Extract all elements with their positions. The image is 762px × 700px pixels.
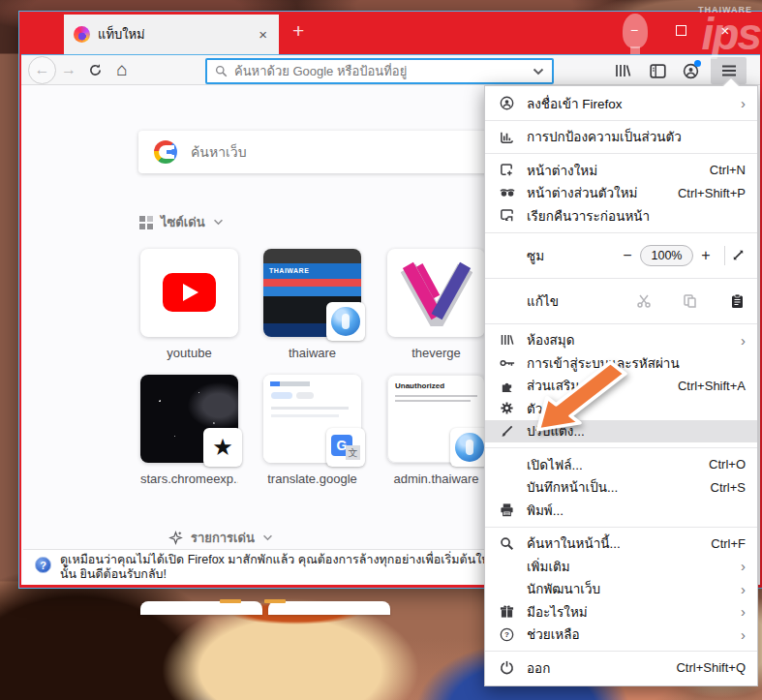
menu-item-save-page-as[interactable]: บันทึกหน้าเป็น... Ctrl+S bbox=[485, 476, 757, 500]
new-tab-button[interactable]: + bbox=[285, 19, 312, 43]
top-site-stars[interactable]: ★ stars.chromeexp... bbox=[140, 375, 238, 486]
menu-item-label: ค้นหาในหน้านี้... bbox=[527, 533, 621, 554]
thaiware-thumbnail: THAIWARE bbox=[263, 249, 361, 337]
google-logo-icon bbox=[154, 140, 177, 164]
admin-badge bbox=[450, 428, 489, 467]
copy-icon bbox=[683, 293, 698, 309]
youtube-play-icon bbox=[163, 273, 216, 312]
menu-item-help[interactable]: ? ช่วยเหลือ › bbox=[485, 624, 757, 647]
back-button[interactable]: ← bbox=[28, 56, 56, 84]
chevron-down-icon bbox=[262, 534, 273, 541]
fullscreen-button[interactable] bbox=[731, 248, 746, 262]
menu-item-web-developer[interactable]: นักพัฒนาเว็บ › bbox=[485, 578, 757, 601]
youtube-thumbnail bbox=[140, 249, 238, 337]
menu-shortcut: Ctrl+Shift+A bbox=[678, 379, 746, 393]
top-sites-header[interactable]: ไซต์เด่น bbox=[139, 212, 224, 232]
thaiware-orb-icon bbox=[331, 307, 360, 336]
menu-shortcut: Ctrl+O bbox=[709, 457, 746, 472]
tab-close-icon[interactable]: × bbox=[257, 26, 269, 43]
zoom-in-button[interactable]: + bbox=[693, 247, 718, 264]
menu-item-whats-new[interactable]: มีอะไรใหม่ › bbox=[485, 600, 757, 624]
account-toolbar-button[interactable] bbox=[676, 57, 705, 84]
brush-icon bbox=[499, 423, 515, 440]
protections-icon bbox=[499, 129, 515, 145]
menu-separator bbox=[485, 323, 757, 324]
cut-button[interactable] bbox=[635, 293, 653, 309]
tile-label: translate.google bbox=[263, 472, 361, 486]
printer-icon bbox=[499, 502, 515, 518]
chevron-right-icon: › bbox=[741, 559, 746, 573]
svg-text:?: ? bbox=[504, 630, 509, 639]
menu-item-new-private-window[interactable]: หน้าต่างส่วนตัวใหม่ Ctrl+Shift+P bbox=[485, 182, 757, 205]
account-icon bbox=[499, 95, 515, 111]
menu-separator bbox=[485, 651, 757, 652]
url-placeholder: ค้นหาด้วย Google หรือป้อนที่อยู่ bbox=[234, 61, 526, 81]
menu-item-sign-in[interactable]: ลงชื่อเข้า Firefox › bbox=[485, 92, 757, 115]
menu-item-label: เปิดไฟล์... bbox=[527, 454, 583, 475]
search-icon bbox=[215, 65, 228, 77]
menu-item-restore-session[interactable]: เรียกคืนวาระก่อนหน้า bbox=[485, 204, 757, 228]
top-site-admin-thaiware[interactable]: Unauthorized admin.thaiware bbox=[387, 375, 485, 486]
fullscreen-icon bbox=[731, 248, 746, 262]
zoom-icon-spacer bbox=[499, 247, 515, 263]
library-toolbar-button[interactable] bbox=[608, 57, 637, 84]
top-site-youtube[interactable]: youtube bbox=[140, 249, 238, 360]
top-site-theverge[interactable]: theverge bbox=[387, 249, 485, 360]
highlight-card-stub[interactable] bbox=[140, 601, 262, 615]
help-circle-icon: ? bbox=[499, 626, 515, 643]
menu-item-label: การปกป้องความเป็นส่วนตัว bbox=[527, 126, 682, 147]
window-close-button[interactable]: × bbox=[707, 12, 744, 48]
highlight-card-stub[interactable] bbox=[268, 601, 390, 615]
power-icon bbox=[499, 659, 515, 676]
menu-item-label: หน้าต่างส่วนตัวใหม่ bbox=[527, 182, 637, 203]
urlbar-dropdown-icon[interactable] bbox=[533, 68, 544, 76]
menu-item-exit[interactable]: ออก Ctrl+Shift+Q bbox=[485, 656, 757, 680]
top-site-thaiware[interactable]: THAIWARE thaiware bbox=[263, 249, 361, 360]
forward-button[interactable]: → bbox=[56, 61, 81, 78]
paste-button[interactable] bbox=[728, 293, 746, 309]
menu-shortcut: Ctrl+Shift+P bbox=[678, 186, 746, 200]
restore-session-icon bbox=[499, 207, 515, 224]
translate-thumbnail: G 文 bbox=[263, 375, 361, 463]
menu-item-print[interactable]: พิมพ์... bbox=[485, 499, 757, 522]
menu-item-label: ช่วยเหลือ bbox=[527, 624, 580, 645]
top-site-translate[interactable]: G 文 translate.google bbox=[263, 375, 361, 486]
menu-separator bbox=[485, 527, 757, 528]
chevron-right-icon: › bbox=[741, 333, 746, 348]
menu-item-label: ลงชื่อเข้า Firefox bbox=[527, 93, 623, 114]
tile-label: admin.thaiware bbox=[387, 472, 485, 486]
tab-new-tab[interactable]: แท็บใหม่ × bbox=[64, 15, 279, 54]
sidebar-icon bbox=[650, 64, 666, 78]
menu-separator bbox=[485, 120, 757, 121]
home-button[interactable]: ⌂ bbox=[108, 59, 136, 80]
copy-button[interactable] bbox=[682, 293, 699, 309]
url-bar[interactable]: ค้นหาด้วย Google หรือป้อนที่อยู่ bbox=[205, 58, 554, 84]
menu-item-label: นักพัฒนาเว็บ bbox=[527, 578, 600, 599]
window-maximize-button[interactable] bbox=[662, 12, 699, 48]
highlights-label: รายการเด่น bbox=[191, 528, 255, 548]
menu-item-open-file[interactable]: เปิดไฟล์... Ctrl+O bbox=[485, 453, 757, 476]
zoom-reset-button[interactable]: 100% bbox=[640, 245, 693, 266]
highlights-header[interactable]: รายการเด่น bbox=[168, 528, 273, 548]
library-icon bbox=[499, 332, 515, 349]
menu-item-more[interactable]: เพิ่มเติม › bbox=[485, 555, 757, 578]
window-minimize-button[interactable]: − bbox=[616, 12, 653, 48]
reload-button[interactable] bbox=[81, 63, 108, 77]
menu-shortcut: Ctrl+Shift+Q bbox=[676, 660, 746, 675]
menu-item-privacy-protections[interactable]: การปกป้องความเป็นส่วนตัว bbox=[485, 126, 757, 149]
verge-v-icon bbox=[401, 259, 472, 326]
menu-item-label: เพิ่มเติม bbox=[527, 556, 570, 577]
menu-shortcut: Ctrl+F bbox=[711, 536, 746, 551]
no-icon bbox=[499, 581, 515, 597]
stars-thumbnail: ★ bbox=[140, 375, 238, 463]
sidebar-toolbar-button[interactable] bbox=[643, 57, 672, 84]
reload-icon bbox=[88, 63, 103, 77]
menu-separator bbox=[485, 153, 757, 154]
menu-item-new-window[interactable]: หน้าต่างใหม่ Ctrl+N bbox=[485, 159, 757, 182]
theverge-thumbnail bbox=[387, 249, 485, 337]
menu-item-library[interactable]: ห้องสมุด › bbox=[485, 329, 757, 352]
zoom-out-button[interactable]: − bbox=[615, 247, 640, 264]
menu-edit-row: แก้ไข bbox=[485, 284, 757, 319]
grid-icon bbox=[139, 216, 153, 229]
menu-item-find-in-page[interactable]: ค้นหาในหน้านี้... Ctrl+F bbox=[485, 533, 757, 556]
